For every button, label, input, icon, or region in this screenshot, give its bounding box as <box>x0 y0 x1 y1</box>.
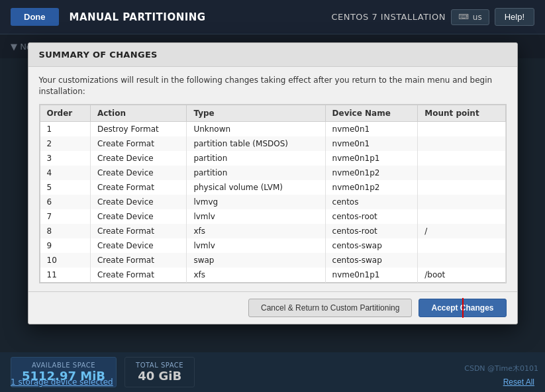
available-space-label: AVAILABLE SPACE <box>22 362 105 369</box>
cell-type: Unknown <box>187 121 325 136</box>
app-title: MANUAL PARTITIONING <box>70 11 206 23</box>
modal-header: SUMMARY OF CHANGES <box>28 43 517 67</box>
modal-body: Your customizations will result in the f… <box>28 67 517 291</box>
cell-order: 6 <box>40 195 90 209</box>
modal-title: SUMMARY OF CHANGES <box>39 50 158 60</box>
cell-device: nvme0n1 <box>325 121 418 136</box>
table-row: 4Create Devicepartitionnvme0n1p2 <box>40 166 505 180</box>
total-space-label: TOTAL SPACE <box>136 362 183 369</box>
keyboard-icon: ⌨ <box>458 13 469 21</box>
table-row: 5Create Formatphysical volume (LVM)nvme0… <box>40 180 505 195</box>
cell-type: lvmvg <box>187 195 325 209</box>
modal-footer: Cancel & Return to Custom Partitioning A… <box>28 291 517 324</box>
cell-device: nvme0n1 <box>325 136 418 151</box>
help-button[interactable]: Help! <box>495 8 534 26</box>
cell-mount <box>418 209 505 224</box>
cell-mount <box>418 151 505 166</box>
table-row: 8Create Formatxfscentos-root/ <box>40 224 505 238</box>
red-line-indicator <box>462 298 464 318</box>
cell-type: lvmlv <box>187 238 325 253</box>
top-right: CENTOS 7 INSTALLATION ⌨ us Help! <box>331 8 534 26</box>
cell-device: nvme0n1p2 <box>325 166 418 180</box>
table-row: 9Create Devicelvmlvcentos-swap <box>40 238 505 253</box>
cell-order: 3 <box>40 151 90 166</box>
cell-type: swap <box>187 253 325 268</box>
cell-mount <box>418 166 505 180</box>
cell-type: partition table (MSDOS) <box>187 136 325 151</box>
cell-action: Create Format <box>90 253 186 268</box>
cell-action: Create Device <box>90 166 186 180</box>
col-type: Type <box>187 105 325 121</box>
table-row: 11Create Formatxfsnvme0n1p1/boot <box>40 268 505 283</box>
cell-action: Create Format <box>90 224 186 238</box>
main-content: ▼ New CentOS 7 Installation centos-root … <box>0 34 545 392</box>
cell-device: nvme0n1p1 <box>325 268 418 283</box>
cell-type: partition <box>187 151 325 166</box>
keyboard-lang: us <box>473 13 482 22</box>
cell-order: 9 <box>40 238 90 253</box>
reset-btn-area: Reset All <box>503 377 534 387</box>
cell-device: nvme0n1p1 <box>325 151 418 166</box>
table-header-row: Order Action Type Device Name Mount poin… <box>40 105 505 121</box>
cancel-button[interactable]: Cancel & Return to Custom Partitioning <box>248 299 412 317</box>
cell-mount <box>418 136 505 151</box>
summary-dialog: SUMMARY OF CHANGES Your customizations w… <box>28 42 518 324</box>
storage-link[interactable]: 1 storage device selected <box>11 377 113 387</box>
watermark: CSDN @Time木0101 <box>464 364 538 373</box>
changes-table-wrapper: Order Action Type Device Name Mount poin… <box>39 104 507 283</box>
cell-order: 2 <box>40 136 90 151</box>
cell-device: centos-swap <box>325 238 418 253</box>
total-space-box: TOTAL SPACE 40 GiB <box>124 357 195 387</box>
cell-device: centos <box>325 195 418 209</box>
table-row: 7Create Devicelvmlvcentos-root <box>40 209 505 224</box>
modal-overlay: SUMMARY OF CHANGES Your customizations w… <box>0 34 545 392</box>
table-row: 3Create Devicepartitionnvme0n1p1 <box>40 151 505 166</box>
cell-device: nvme0n1p2 <box>325 180 418 195</box>
cell-mount <box>418 253 505 268</box>
reset-all-button[interactable]: Reset All <box>503 377 534 387</box>
cell-type: xfs <box>187 224 325 238</box>
table-row: 10Create Formatswapcentos-swap <box>40 253 505 268</box>
col-mount: Mount point <box>418 105 505 121</box>
cell-order: 4 <box>40 166 90 180</box>
cell-device: centos-root <box>325 224 418 238</box>
col-order: Order <box>40 105 90 121</box>
col-action: Action <box>90 105 186 121</box>
done-button[interactable]: Done <box>11 8 59 26</box>
cell-action: Create Device <box>90 195 186 209</box>
cell-order: 11 <box>40 268 90 283</box>
total-space-value: 40 GiB <box>136 369 183 383</box>
cell-device: centos-swap <box>325 253 418 268</box>
accept-btn-wrapper: Accept Changes <box>419 299 506 317</box>
cell-order: 10 <box>40 253 90 268</box>
top-left: Done MANUAL PARTITIONING <box>11 8 206 26</box>
cell-type: xfs <box>187 268 325 283</box>
cell-order: 1 <box>40 121 90 136</box>
cell-action: Create Device <box>90 238 186 253</box>
cell-type: physical volume (LVM) <box>187 180 325 195</box>
cell-action: Create Format <box>90 268 186 283</box>
cell-mount <box>418 238 505 253</box>
cell-order: 8 <box>40 224 90 238</box>
cell-type: partition <box>187 166 325 180</box>
cell-mount: /boot <box>418 268 505 283</box>
cell-action: Create Device <box>90 151 186 166</box>
cell-mount <box>418 180 505 195</box>
cell-mount: / <box>418 224 505 238</box>
cell-type: lvmlv <box>187 209 325 224</box>
cell-action: Create Device <box>90 209 186 224</box>
col-device-name: Device Name <box>325 105 418 121</box>
cell-action: Destroy Format <box>90 121 186 136</box>
cell-mount <box>418 121 505 136</box>
cell-order: 5 <box>40 180 90 195</box>
keyboard-indicator[interactable]: ⌨ us <box>451 9 489 25</box>
cell-action: Create Format <box>90 180 186 195</box>
table-row: 1Destroy FormatUnknownnvme0n1 <box>40 121 505 136</box>
bottom-bar: AVAILABLE SPACE 5112.97 MiB TOTAL SPACE … <box>0 352 545 392</box>
changes-table: Order Action Type Device Name Mount poin… <box>40 105 506 283</box>
cell-mount <box>418 195 505 209</box>
cell-action: Create Format <box>90 136 186 151</box>
centos-title: CENTOS 7 INSTALLATION <box>331 12 446 22</box>
cell-order: 7 <box>40 209 90 224</box>
table-row: 6Create Devicelvmvgcentos <box>40 195 505 209</box>
